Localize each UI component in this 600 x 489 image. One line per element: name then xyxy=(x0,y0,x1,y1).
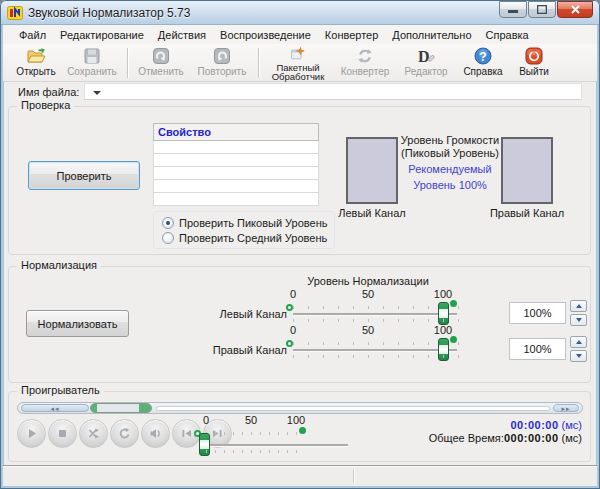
menu-bar: Файл Редактирование Действия Воспроизвед… xyxy=(3,25,597,44)
redo-button[interactable]: Повторить xyxy=(190,45,254,81)
seek-track[interactable] xyxy=(156,406,550,411)
menu-playback[interactable]: Воспроизведение xyxy=(214,27,317,43)
radio-unchecked-icon[interactable] xyxy=(162,232,174,244)
tick-marks xyxy=(206,432,302,435)
volume-icon xyxy=(149,427,162,440)
current-time: 00:00:00 (мс) xyxy=(429,419,582,432)
normalization-group: Нормализация Нормализовать Уровень Норма… xyxy=(8,266,591,383)
stop-icon xyxy=(56,427,69,440)
editor-button[interactable]: D Редактор xyxy=(397,45,455,81)
close-button[interactable] xyxy=(557,1,593,18)
editor-icon: D xyxy=(416,46,436,66)
help-button[interactable]: ? Справка xyxy=(455,45,511,81)
maximize-icon xyxy=(537,5,547,14)
seek-back-icon: ◂◂ xyxy=(50,405,59,412)
table-row[interactable] xyxy=(154,180,319,193)
left-channel-level-bar xyxy=(346,137,398,204)
minimize-button[interactable] xyxy=(499,1,527,18)
batch-processor-button[interactable]: Пакетный Обработчик xyxy=(263,45,333,81)
shuffle-icon xyxy=(87,427,100,440)
play-button[interactable] xyxy=(17,419,46,448)
right-channel-slider-label: Правый Канал xyxy=(187,344,287,356)
undo-button-label: Отменить xyxy=(138,67,184,77)
tick-marks xyxy=(293,319,468,322)
volume-level-note: Уровень Громкости (Пиковый Уровень) Реко… xyxy=(398,134,502,192)
time-display: 00:00:00 (мс) Общее Время:000:00:00 (мс) xyxy=(429,419,582,445)
scale-50: 50 xyxy=(362,288,374,300)
redo-icon xyxy=(212,46,232,66)
menu-converter[interactable]: Конвертер xyxy=(319,27,384,43)
property-table[interactable]: Свойство xyxy=(153,123,319,206)
left-channel-slider-label: Левый Канал xyxy=(187,308,287,320)
right-channel-slider-track[interactable] xyxy=(293,349,457,351)
converter-button[interactable]: Конвертер xyxy=(333,45,397,81)
left-channel-percent-field[interactable]: 100% xyxy=(509,302,566,324)
open-button-label: Открыть xyxy=(16,67,55,77)
normalize-button[interactable]: Нормализовать xyxy=(26,310,129,337)
toolbar-separator xyxy=(127,48,128,78)
radio-average-level[interactable]: Проверить Средний Уровень xyxy=(162,230,334,245)
seek-bar[interactable]: ◂◂ ▸▸ xyxy=(17,402,583,414)
check-group-legend: Проверка xyxy=(17,99,74,111)
table-row[interactable] xyxy=(154,154,319,167)
seek-thumb[interactable] xyxy=(90,403,152,413)
menu-help[interactable]: Справка xyxy=(480,27,535,43)
stop-button[interactable] xyxy=(48,419,77,448)
title-bar: Звуковой Нормализатор 5.73 xyxy=(1,1,599,25)
normalize-button-label: Нормализовать xyxy=(38,318,118,330)
menu-edit[interactable]: Редактирование xyxy=(54,27,150,43)
normalization-group-legend: Нормализация xyxy=(17,259,101,271)
total-time-label: Общее Время: xyxy=(429,432,504,444)
repeat-button[interactable] xyxy=(110,419,139,448)
table-row[interactable] xyxy=(154,193,319,206)
minimize-icon xyxy=(508,10,518,14)
right-channel-level-bar xyxy=(501,137,553,204)
repeat-icon xyxy=(118,427,131,440)
radio-peak-level[interactable]: Проверить Пиковый Уровень xyxy=(162,215,334,230)
recommended-line2: Уровень 100% xyxy=(398,179,502,192)
menu-extras[interactable]: Дополнительно xyxy=(386,27,477,43)
maximize-button[interactable] xyxy=(528,1,556,18)
player-group-legend: Проигрыватель xyxy=(17,384,104,396)
right-channel-percent-value: 100% xyxy=(523,343,551,355)
volume-title-line2: (Пиковый Уровень) xyxy=(398,147,502,160)
check-button-label: Проверить xyxy=(56,170,111,182)
radio-checked-icon[interactable] xyxy=(162,217,174,229)
file-name-label: Имя файла: xyxy=(18,86,79,98)
exit-button[interactable]: Выйти xyxy=(511,45,557,81)
open-button[interactable]: Открыть xyxy=(11,45,61,81)
svg-text:D: D xyxy=(418,48,430,65)
table-row[interactable] xyxy=(154,141,319,154)
current-time-units: (мс) xyxy=(559,419,582,431)
volume-button[interactable] xyxy=(141,419,170,448)
undo-icon xyxy=(151,46,171,66)
menu-file[interactable]: Файл xyxy=(13,27,52,43)
shuffle-button[interactable] xyxy=(79,419,108,448)
toolbar: Открыть Сохранить Отменить xyxy=(3,44,597,82)
app-window: Звуковой Нормализатор 5.73 Файл Редактир… xyxy=(0,0,600,489)
seek-forward-button[interactable]: ▸▸ xyxy=(553,404,579,412)
left-channel-spin-down-button[interactable] xyxy=(570,314,587,326)
scale-0: 0 xyxy=(290,324,296,336)
check-button[interactable]: Проверить xyxy=(28,161,140,190)
right-channel-spin-up-button[interactable] xyxy=(570,336,587,348)
scale-100: 100 xyxy=(434,288,452,300)
menu-actions[interactable]: Действия xyxy=(152,27,212,43)
chevron-down-icon[interactable] xyxy=(93,91,101,95)
check-group: Проверка Проверить Свойство Проверить Пи… xyxy=(8,106,591,255)
table-row[interactable] xyxy=(154,167,319,180)
file-name-combobox[interactable] xyxy=(84,83,582,100)
right-channel-spin-down-button[interactable] xyxy=(570,350,587,362)
right-channel-percent-field[interactable]: 100% xyxy=(509,338,566,360)
left-channel-spin-up-button[interactable] xyxy=(570,300,587,312)
exit-button-label: Выйти xyxy=(519,67,549,77)
tick-marks xyxy=(206,450,302,453)
converter-button-label: Конвертер xyxy=(341,67,390,77)
volume-slider-track[interactable] xyxy=(206,444,348,446)
undo-button[interactable]: Отменить xyxy=(132,45,190,81)
save-button[interactable]: Сохранить xyxy=(61,45,123,81)
right-channel-label: Правый Канал xyxy=(481,207,573,219)
left-channel-slider-track[interactable] xyxy=(293,313,457,315)
previous-icon xyxy=(180,427,193,440)
seek-back-button[interactable]: ◂◂ xyxy=(21,404,89,412)
